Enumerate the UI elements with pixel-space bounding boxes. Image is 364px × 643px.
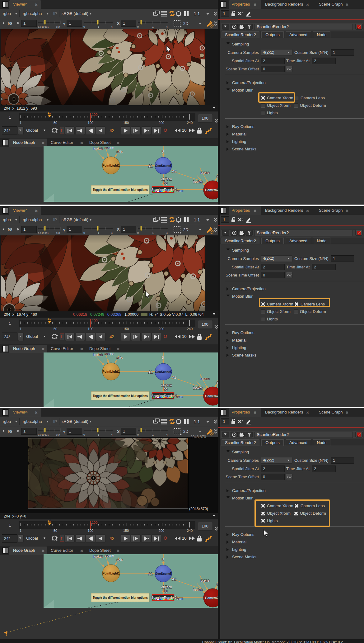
svg-text:B: B xyxy=(162,356,164,359)
svg-text:50: 50 xyxy=(54,327,57,331)
svg-text:150: 150 xyxy=(123,529,129,532)
svg-text:bg: bg xyxy=(164,589,167,593)
svg-text:1: 1 xyxy=(20,121,21,125)
svg-text:Camera2: Camera2 xyxy=(205,394,218,398)
svg-text:4: 4 xyxy=(166,433,168,436)
svg-text:42: 42 xyxy=(48,519,51,523)
svg-text:4: 4 xyxy=(111,25,113,28)
svg-text:50: 50 xyxy=(54,529,57,532)
svg-text:0: 0 xyxy=(83,231,85,234)
svg-text:0.0 19 531: 0.0 19 531 xyxy=(38,26,49,28)
svg-text:GeoScene5: GeoScene5 xyxy=(155,370,172,374)
svg-text:lookat: lookat xyxy=(193,180,202,184)
svg-text:200: 200 xyxy=(159,529,164,532)
svg-text:B: B xyxy=(162,149,164,153)
svg-text:cam: cam xyxy=(177,597,183,600)
svg-text:axis: axis xyxy=(117,150,123,154)
svg-text:164: 164 xyxy=(56,232,60,234)
svg-text:GeoScene5: GeoScene5 xyxy=(155,164,172,168)
svg-text:0: 0 xyxy=(137,25,139,28)
svg-text:4: 4 xyxy=(166,231,168,234)
svg-text:240: 240 xyxy=(187,529,193,532)
svg-text:1: 1 xyxy=(98,25,99,28)
svg-text:240: 240 xyxy=(187,121,193,125)
svg-text:100: 100 xyxy=(92,319,97,323)
svg-text:cam: cam xyxy=(177,189,183,192)
svg-text:Toggle the different motion bl: Toggle the different motion blur options xyxy=(93,394,148,398)
svg-text:lookat: lookat xyxy=(93,555,102,558)
svg-text:bg: bg xyxy=(164,387,167,391)
svg-text:150: 150 xyxy=(123,121,129,125)
svg-text:1: 1 xyxy=(98,433,99,436)
svg-text:1:1: 1:1 xyxy=(194,11,200,16)
svg-text:Camera2: Camera2 xyxy=(205,596,218,600)
svg-text:scene: scene xyxy=(105,146,114,149)
svg-text:42: 42 xyxy=(48,111,51,115)
svg-text:scene: scene xyxy=(200,171,209,174)
svg-text:axis: axis xyxy=(117,356,123,360)
svg-text:1:1: 1:1 xyxy=(194,217,200,222)
svg-text:1: 1 xyxy=(6,633,7,636)
svg-text:obj/scn: obj/scn xyxy=(161,383,172,387)
svg-text:164: 164 xyxy=(56,26,60,28)
svg-text:GeoScene5: GeoScene5 xyxy=(155,572,172,575)
svg-text:100: 100 xyxy=(92,113,97,116)
svg-text:100: 100 xyxy=(88,529,93,532)
svg-text:100: 100 xyxy=(92,521,97,524)
svg-text:1: 1 xyxy=(20,529,21,532)
svg-text:164: 164 xyxy=(56,433,60,436)
svg-text:1: 1 xyxy=(20,327,21,331)
svg-text:axis: axis xyxy=(117,558,123,561)
svg-text:A1: A1 xyxy=(148,370,152,374)
svg-text:scene: scene xyxy=(200,377,209,381)
svg-text:bg: bg xyxy=(164,181,167,185)
svg-text:scene: scene xyxy=(105,352,114,356)
svg-text:scene: scene xyxy=(105,554,114,557)
svg-text:0: 0 xyxy=(137,433,139,436)
svg-text:PointLight1: PointLight1 xyxy=(102,370,120,373)
svg-text:150: 150 xyxy=(123,327,129,331)
svg-text:1: 1 xyxy=(98,231,99,234)
svg-text:obj/scn: obj/scn xyxy=(161,585,172,589)
svg-text:lookat: lookat xyxy=(93,353,102,357)
svg-text:100: 100 xyxy=(88,121,93,125)
svg-text:1: 1 xyxy=(152,433,154,436)
svg-text:4: 4 xyxy=(166,25,168,28)
svg-text:B: B xyxy=(162,557,164,561)
svg-text:lookat: lookat xyxy=(193,588,202,592)
svg-text:cam: cam xyxy=(177,395,183,399)
svg-text:obj/scn: obj/scn xyxy=(161,177,172,181)
svg-text:Toggle the different motion bl: Toggle the different motion blur options xyxy=(93,596,148,599)
svg-text:240: 240 xyxy=(187,327,193,331)
svg-text:A1: A1 xyxy=(148,164,152,168)
svg-text:0.0 19 531: 0.0 19 531 xyxy=(38,433,49,436)
svg-text:0: 0 xyxy=(83,433,85,436)
svg-text:42: 42 xyxy=(48,318,51,321)
svg-text:scene: scene xyxy=(200,579,209,582)
svg-text:ScanlineRender2: ScanlineRender2 xyxy=(151,188,177,191)
svg-text:1: 1 xyxy=(152,25,154,28)
svg-text:A1: A1 xyxy=(148,572,152,576)
svg-text:1:1: 1:1 xyxy=(194,419,200,424)
svg-text:ScanlineRender2: ScanlineRender2 xyxy=(151,394,177,398)
svg-text:4: 4 xyxy=(111,433,113,436)
svg-text:A2: A2 xyxy=(172,169,176,173)
svg-text:50: 50 xyxy=(54,121,57,125)
svg-text:0: 0 xyxy=(83,25,85,28)
svg-text:A2: A2 xyxy=(172,577,176,581)
svg-text:Toggle the different motion bl: Toggle the different motion blur options xyxy=(93,188,148,191)
svg-text:200: 200 xyxy=(159,327,164,331)
svg-text:0.0 19 531: 0.0 19 531 xyxy=(38,232,49,234)
svg-text:ScanlineRender2: ScanlineRender2 xyxy=(151,596,177,599)
svg-text:0: 0 xyxy=(137,231,139,234)
svg-text:PointLight1: PointLight1 xyxy=(102,163,120,167)
svg-text:A2: A2 xyxy=(172,376,176,379)
svg-text:100: 100 xyxy=(88,327,93,331)
svg-text:200: 200 xyxy=(159,121,164,125)
svg-text:4: 4 xyxy=(111,231,113,234)
svg-text:Camera2: Camera2 xyxy=(205,188,218,192)
svg-text:PointLight1: PointLight1 xyxy=(102,571,120,575)
svg-text:lookat: lookat xyxy=(193,386,202,390)
svg-text:1: 1 xyxy=(152,231,154,234)
svg-text:lookat: lookat xyxy=(93,147,102,150)
